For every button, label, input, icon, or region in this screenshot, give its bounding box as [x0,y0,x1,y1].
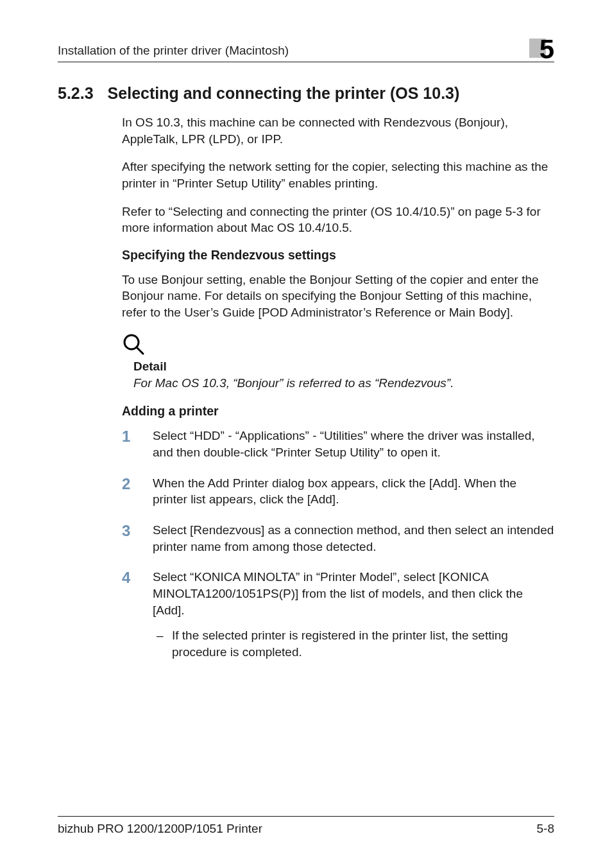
section-title: Selecting and connecting the printer (OS… [108,84,460,103]
step-text: Select “KONICA MINOLTA” in “Printer Mode… [153,570,523,616]
step-text: Select [Rendezvous] as a connection meth… [153,523,554,553]
body-content: In OS 10.3, this machine can be connecte… [58,114,554,660]
step-1: 1 Select “HDD” - “Applications” - “Utili… [122,428,554,460]
step-4: 4 Select “KONICA MINOLTA” in “Printer Mo… [122,569,554,660]
page-footer: bizhub PRO 1200/1200P/1051 Printer 5-8 [58,816,554,836]
substeps-list: If the selected printer is registered in… [153,627,554,660]
detail-text: For Mac OS 10.3, “Bonjour” is referred t… [133,375,554,392]
step-text: When the Add Printer dialog box appears,… [153,476,516,507]
intro-paragraph-2: After specifying the network setting for… [122,159,554,191]
magnifier-icon [122,333,554,357]
chapter-number: 5 [540,36,554,63]
running-header: Installation of the printer driver (Maci… [58,31,554,62]
step-number: 1 [122,426,145,447]
svg-line-1 [137,347,143,354]
steps-list: 1 Select “HDD” - “Applications” - “Utili… [122,428,554,660]
substep-1: If the selected printer is registered in… [153,627,554,660]
footer-product: bizhub PRO 1200/1200P/1051 Printer [58,822,262,836]
substep-text: If the selected printer is registered in… [172,629,508,659]
detail-label: Detail [133,360,554,374]
footer-page-number: 5-8 [537,822,554,836]
section-heading: 5.2.3 Selecting and connecting the print… [58,84,554,103]
detail-callout: Detail For Mac OS 10.3, “Bonjour” is ref… [122,333,554,392]
rendezvous-paragraph: To use Bonjour setting, enable the Bonjo… [122,272,554,321]
step-number: 3 [122,521,145,541]
section-number: 5.2.3 [58,84,94,103]
step-2: 2 When the Add Printer dialog box appear… [122,475,554,508]
intro-paragraph-1: In OS 10.3, this machine can be connecte… [122,114,554,147]
chapter-badge: 5 [529,31,554,58]
step-text: Select “HDD” - “Applications” - “Utiliti… [153,429,535,459]
rendezvous-heading: Specifying the Rendezvous settings [122,248,554,263]
step-number: 2 [122,474,145,494]
running-title: Installation of the printer driver (Maci… [58,44,289,58]
step-3: 3 Select [Rendezvous] as a connection me… [122,522,554,555]
step-number: 4 [122,568,145,588]
intro-paragraph-3: Refer to “Selecting and connecting the p… [122,204,554,236]
adding-printer-heading: Adding a printer [122,404,554,419]
